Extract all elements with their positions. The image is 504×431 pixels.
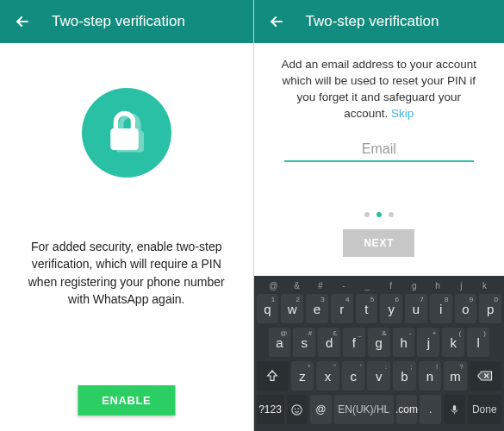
key-j[interactable]: j+ (417, 328, 439, 357)
key-f[interactable]: f_ (343, 328, 365, 357)
key-mic[interactable] (444, 395, 465, 424)
app-header: Two-step verification (254, 0, 505, 43)
key-l[interactable]: l) (467, 328, 489, 357)
keyboard-row-bottom: ?123 @ EN(UK)/HL .com . Done (257, 395, 502, 424)
key-e[interactable]: e3 (306, 294, 328, 323)
email-input[interactable]: Email (284, 141, 474, 162)
svg-rect-1 (110, 128, 139, 150)
key-d[interactable]: d£ (318, 328, 340, 357)
key-b[interactable]: b; (393, 361, 416, 390)
key-a[interactable]: a@ (269, 328, 291, 357)
key-q[interactable]: q1 (257, 294, 279, 323)
lock-icon (101, 107, 152, 159)
content-area: For added security, enable two-step veri… (0, 43, 253, 431)
key-at[interactable]: @ (310, 395, 332, 424)
email-placeholder: Email (284, 141, 474, 160)
key-u[interactable]: u7 (405, 294, 427, 323)
step-dot (389, 212, 394, 217)
key-o[interactable]: o9 (455, 294, 477, 323)
key-h[interactable]: h- (393, 328, 415, 357)
key-backspace[interactable] (470, 361, 501, 390)
key-w[interactable]: w2 (281, 294, 303, 323)
key-i[interactable]: i8 (430, 294, 452, 323)
key-dotcom[interactable]: .com (396, 395, 418, 424)
key-g[interactable]: g& (368, 328, 390, 357)
emoji-icon (290, 403, 303, 416)
key-period[interactable]: . (420, 395, 441, 424)
step-dot (364, 212, 370, 217)
key-k[interactable]: k( (442, 328, 464, 357)
shift-icon (265, 369, 279, 383)
screen-add-email: Two-step verification Add an email addre… (254, 0, 505, 431)
back-button[interactable] (263, 8, 290, 35)
enable-button[interactable]: ENABLE (78, 385, 175, 415)
key-t[interactable]: t5 (356, 294, 378, 323)
keyboard-row-2: a@s#d£f_g&h-j+k(l) (257, 328, 502, 357)
svg-point-3 (296, 408, 296, 409)
header-title: Two-step verification (52, 13, 185, 30)
key-x[interactable]: x" (316, 361, 339, 390)
key-r[interactable]: r4 (331, 294, 353, 323)
svg-point-4 (298, 408, 299, 409)
soft-keyboard: @&#-_fghjk q1w2e3r4t5y6u7i8o9p0 a@s#d£f_… (254, 276, 505, 431)
lock-badge (82, 88, 171, 178)
key-z[interactable]: z* (291, 361, 314, 390)
step-indicator (364, 212, 394, 217)
keyboard-row-3: z*x"c'v:b;n!m? (257, 361, 502, 390)
description-text: For added security, enable two-step veri… (17, 238, 236, 308)
backspace-icon (476, 370, 494, 382)
key-p[interactable]: p0 (479, 294, 501, 323)
key-s[interactable]: s# (293, 328, 315, 357)
header-title: Two-step verification (306, 13, 439, 30)
content-area: Add an email address to your account whi… (254, 43, 505, 276)
key-done[interactable]: Done (468, 395, 501, 424)
back-button[interactable] (9, 8, 36, 35)
app-header: Two-step verification (0, 0, 253, 43)
key-m[interactable]: m? (444, 361, 467, 390)
key-v[interactable]: v: (367, 361, 390, 390)
skip-link[interactable]: Skip (391, 107, 414, 120)
screen-enable-2sv: Two-step verification For added security… (0, 0, 254, 431)
key-y[interactable]: y6 (380, 294, 402, 323)
key-n[interactable]: n! (419, 361, 442, 390)
step-dot (376, 212, 382, 217)
key-symbols[interactable]: ?123 (257, 395, 284, 424)
mic-icon (449, 404, 460, 415)
key-shift[interactable] (257, 361, 289, 390)
keyboard-hint-row: @&#-_fghjk (257, 281, 502, 294)
next-button[interactable]: NEXT (343, 229, 414, 257)
keyboard-row-1: q1w2e3r4t5y6u7i8o9p0 (257, 294, 502, 323)
instruction-text: Add an email address to your account whi… (271, 57, 488, 122)
key-emoji[interactable] (287, 395, 308, 424)
svg-point-2 (292, 404, 302, 414)
key-space[interactable]: EN(UK)/HL (334, 395, 394, 424)
key-c[interactable]: c' (342, 361, 365, 390)
